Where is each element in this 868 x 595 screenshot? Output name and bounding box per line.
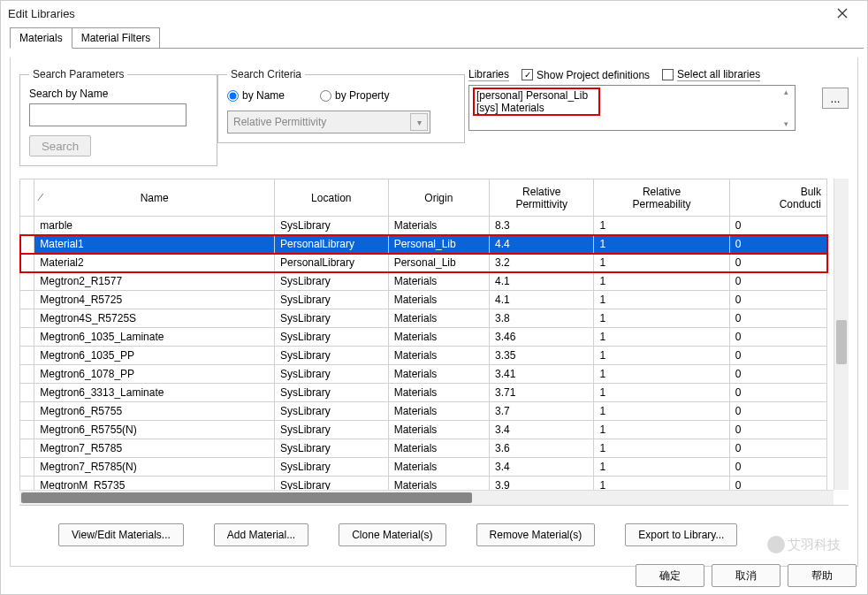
table-row[interactable]: Megtron2_R1577SysLibraryMaterials4.110 xyxy=(20,272,827,291)
cell-gutter xyxy=(20,421,34,439)
close-button[interactable] xyxy=(825,3,860,24)
cell-bulk: 0 xyxy=(729,235,826,254)
property-combo[interactable]: Relative Permittivity ▾ xyxy=(227,111,430,133)
cell-name: Megtron6_1035_Laminate xyxy=(34,328,275,347)
search-criteria-group: Search Criteria by Name by Property Rela… xyxy=(217,68,465,143)
header-bulk-conductivity[interactable]: BulkConducti xyxy=(729,179,826,217)
cell-location: SysLibrary xyxy=(274,365,388,384)
cell-location: SysLibrary xyxy=(274,309,388,328)
table-row[interactable]: Megtron7_R5785(N)SysLibraryMaterials3.41… xyxy=(20,458,827,477)
table-row[interactable]: Megtron7_R5785SysLibraryMaterials3.610 xyxy=(20,439,827,458)
cell-rp: 3.6 xyxy=(490,439,594,458)
sort-icon: ∕ xyxy=(40,192,42,202)
table-header: ∕Name Location Origin RelativePermittivi… xyxy=(20,179,827,217)
cell-bulk: 0 xyxy=(729,347,826,365)
cell-origin: Materials xyxy=(388,439,489,458)
header-location[interactable]: Location xyxy=(274,179,388,217)
materials-table[interactable]: ∕Name Location Origin RelativePermittivi… xyxy=(19,179,827,495)
cell-location: SysLibrary xyxy=(274,291,388,309)
search-button[interactable]: Search xyxy=(29,135,91,156)
table-row[interactable]: Material1PersonalLibraryPersonal_Lib4.41… xyxy=(20,235,827,254)
cell-rp: 3.41 xyxy=(490,365,594,384)
table-row[interactable]: Megtron6_1035_PPSysLibraryMaterials3.351… xyxy=(20,347,827,365)
table-row[interactable]: Megtron6_1035_LaminateSysLibraryMaterial… xyxy=(20,328,827,347)
cell-rpb: 1 xyxy=(594,439,729,458)
cell-name: Megtron7_R5785(N) xyxy=(34,458,275,477)
header-name[interactable]: ∕Name xyxy=(34,179,275,217)
cell-bulk: 0 xyxy=(729,272,826,291)
cell-location: SysLibrary xyxy=(274,384,388,402)
library-item-personal[interactable]: [personal] Personal_Lib xyxy=(476,89,597,102)
radio-by-name[interactable]: by Name xyxy=(227,89,285,102)
view-edit-materials-button[interactable]: View/Edit Materials... xyxy=(58,523,184,546)
cell-origin: Materials xyxy=(388,458,489,477)
help-button[interactable]: 帮助 xyxy=(788,564,857,587)
browse-libraries-button[interactable]: ... xyxy=(822,88,849,109)
cell-bulk: 0 xyxy=(729,421,826,439)
cancel-button[interactable]: 取消 xyxy=(712,564,780,587)
cell-origin: Materials xyxy=(388,217,489,235)
cell-gutter xyxy=(20,384,34,402)
cell-name: Megtron4S_R5725S xyxy=(34,309,275,328)
materials-panel: Search Parameters Search by Name Search … xyxy=(10,57,858,567)
cell-bulk: 0 xyxy=(729,291,826,309)
cell-bulk: 0 xyxy=(729,439,826,458)
table-row[interactable]: Megtron6_R5755(N)SysLibraryMaterials3.41… xyxy=(20,421,827,439)
cell-rp: 3.4 xyxy=(490,458,594,477)
search-criteria-legend: Search Criteria xyxy=(227,68,305,80)
radio-by-property-input[interactable] xyxy=(320,90,331,102)
cell-rp: 3.7 xyxy=(490,402,594,421)
library-item-sys[interactable]: [sys] Materials xyxy=(476,102,597,114)
cell-location: SysLibrary xyxy=(274,458,388,477)
cell-name: Megtron7_R5785 xyxy=(34,439,275,458)
clone-material-button[interactable]: Clone Material(s) xyxy=(339,523,445,546)
cell-rpb: 1 xyxy=(594,365,729,384)
show-project-checkbox[interactable]: ✓Show Project definitions xyxy=(522,69,650,81)
table-row[interactable]: Megtron6_1078_PPSysLibraryMaterials3.411… xyxy=(20,365,827,384)
cell-gutter xyxy=(20,458,34,477)
tab-bar: Materials Material Filters xyxy=(1,26,867,49)
cell-name: Megtron4_R5725 xyxy=(34,291,275,309)
horizontal-scrollbar[interactable] xyxy=(19,490,834,505)
export-library-button[interactable]: Export to Library... xyxy=(625,523,737,546)
cell-gutter xyxy=(20,402,34,421)
cell-origin: Materials xyxy=(388,328,489,347)
remove-material-button[interactable]: Remove Material(s) xyxy=(476,523,596,546)
table-row[interactable]: Material2PersonalLibraryPersonal_Lib3.21… xyxy=(20,254,827,272)
cell-origin: Materials xyxy=(388,272,489,291)
cell-rp: 8.3 xyxy=(490,217,594,235)
materials-table-wrapper: ∕Name Location Origin RelativePermittivi… xyxy=(19,179,849,506)
search-input[interactable] xyxy=(29,103,187,126)
add-material-button[interactable]: Add Material... xyxy=(214,523,308,546)
radio-by-property[interactable]: by Property xyxy=(320,89,389,102)
cell-location: SysLibrary xyxy=(274,347,388,365)
cell-gutter xyxy=(20,347,34,365)
table-row[interactable]: marbleSysLibraryMaterials8.310 xyxy=(20,217,827,235)
cell-location: SysLibrary xyxy=(274,272,388,291)
table-row[interactable]: Megtron6_R5755SysLibraryMaterials3.710 xyxy=(20,402,827,421)
table-row[interactable]: Megtron4_R5725SysLibraryMaterials4.110 xyxy=(20,291,827,309)
libraries-list[interactable]: [personal] Personal_Lib [sys] Materials … xyxy=(468,85,796,131)
tab-materials[interactable]: Materials xyxy=(10,27,72,49)
cell-name: Megtron6_R5755(N) xyxy=(34,421,275,439)
cell-location: SysLibrary xyxy=(274,402,388,421)
cell-location: SysLibrary xyxy=(274,217,388,235)
cell-name: Megtron6_3313_Laminate xyxy=(34,384,275,402)
ok-button[interactable]: 确定 xyxy=(636,564,704,587)
cell-rpb: 1 xyxy=(594,347,729,365)
table-row[interactable]: Megtron6_3313_LaminateSysLibraryMaterial… xyxy=(20,384,827,402)
radio-by-name-input[interactable] xyxy=(227,90,239,102)
libraries-scrollbar[interactable]: ▴▾ xyxy=(779,88,793,128)
header-origin[interactable]: Origin xyxy=(388,179,489,217)
horizontal-scroll-thumb[interactable] xyxy=(21,492,472,503)
header-rel-permittivity[interactable]: RelativePermittivity xyxy=(490,179,594,217)
cell-name: Megtron6_1078_PP xyxy=(34,365,275,384)
vertical-scrollbar[interactable] xyxy=(834,179,849,490)
vertical-scroll-thumb[interactable] xyxy=(836,320,847,364)
header-rel-permeability[interactable]: RelativePermeability xyxy=(594,179,729,217)
table-row[interactable]: Megtron4S_R5725SSysLibraryMaterials3.810 xyxy=(20,309,827,328)
tab-material-filters[interactable]: Material Filters xyxy=(72,27,161,49)
cell-bulk: 0 xyxy=(729,328,826,347)
select-all-libraries-checkbox[interactable]: Select all libraries xyxy=(662,68,760,81)
cell-rp: 3.8 xyxy=(490,309,594,328)
